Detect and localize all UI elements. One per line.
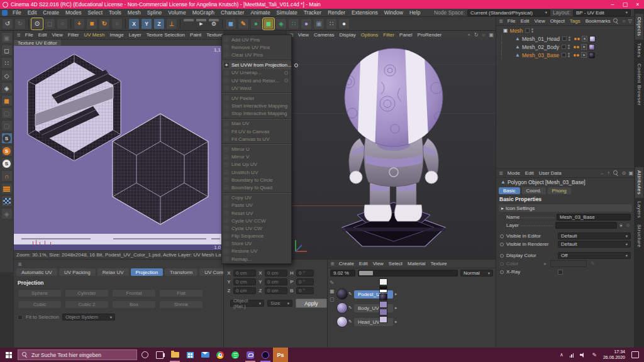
- rotate-tool[interactable]: ↻: [99, 18, 110, 30]
- object-mode-button[interactable]: ◼: [1, 95, 13, 106]
- vp-menu-cameras[interactable]: Cameras: [311, 32, 336, 38]
- path-filter-icon[interactable]: ○: [621, 18, 627, 24]
- lasso-selection-tool[interactable]: ○: [57, 18, 68, 30]
- search-icon[interactable]: [613, 170, 619, 176]
- convert-button[interactable]: ▣: [1, 32, 13, 43]
- size-z-input[interactable]: 0 cm: [265, 287, 287, 294]
- coord-mode-select[interactable]: Object (Rel.) ▾: [230, 300, 264, 307]
- maximize-button[interactable]: ▢: [619, 0, 631, 9]
- store-button[interactable]: [182, 348, 197, 362]
- speaker-icon[interactable]: [580, 353, 586, 358]
- search-icon[interactable]: [613, 18, 619, 24]
- panel-menu-icon[interactable]: ≡: [15, 31, 23, 38]
- move-tool[interactable]: +: [74, 18, 85, 30]
- menu-create[interactable]: Create: [40, 9, 62, 16]
- fit-to-selection-checkbox[interactable]: [18, 315, 23, 320]
- lock-icon[interactable]: ⊙: [621, 170, 628, 176]
- layer-thumbnail[interactable]: [379, 309, 387, 315]
- attr-menu-userdata[interactable]: User Data: [536, 170, 564, 176]
- generator-button-active[interactable]: ◼: [263, 18, 274, 30]
- enable-toggle[interactable]: [562, 36, 567, 41]
- menu-simulate[interactable]: Simulate: [274, 9, 301, 16]
- keyframe-dot-icon[interactable]: [500, 270, 504, 274]
- last-tool[interactable]: ○: [111, 18, 123, 30]
- menu-window[interactable]: Window: [381, 9, 406, 16]
- keyframe-dot-icon[interactable]: [500, 243, 504, 246]
- uv-menu-edit[interactable]: Edit: [36, 32, 50, 38]
- minimize-button[interactable]: –: [606, 0, 619, 9]
- render-view-button[interactable]: [183, 18, 194, 30]
- vp-menu-options[interactable]: Options: [358, 32, 381, 38]
- rot-p-input[interactable]: 0 °: [296, 278, 314, 285]
- material-preview-sphere[interactable]: [336, 316, 348, 327]
- zoom-percent-input[interactable]: 9.02 %: [330, 270, 355, 277]
- tab-attributes[interactable]: Attributes: [635, 167, 643, 198]
- parent-up-icon[interactable]: ↑: [606, 170, 611, 176]
- paint-wizard-button[interactable]: [1, 183, 13, 194]
- quantize-toggle[interactable]: S: [1, 145, 13, 156]
- material-row-podest[interactable]: ✎ Podest_UV ▸: [336, 287, 397, 301]
- layer-thumbnail[interactable]: [379, 278, 387, 285]
- vp-menu-filter[interactable]: Filter: [380, 32, 397, 38]
- mat-menu-texture[interactable]: Texture: [428, 261, 450, 266]
- tab-phong[interactable]: Phong: [548, 187, 571, 194]
- om-menu-object[interactable]: Object: [548, 18, 567, 24]
- om-menu-tags[interactable]: Tags: [567, 18, 583, 24]
- panel-menu-icon[interactable]: ≡: [497, 18, 505, 25]
- enable-toggle[interactable]: [562, 53, 566, 57]
- visible-editor-select[interactable]: Default ▾: [558, 233, 631, 239]
- model-mode-button[interactable]: ◻: [1, 45, 13, 56]
- file-explorer-button[interactable]: [167, 348, 182, 362]
- icon-settings-group[interactable]: ▸ Icon Settings: [499, 204, 632, 212]
- enable-toggle[interactable]: [525, 28, 530, 33]
- pen-workspace-icon[interactable]: ✎: [592, 352, 597, 358]
- menu-animate[interactable]: Animate: [247, 9, 273, 16]
- volume-builder-button[interactable]: ◈: [275, 18, 287, 30]
- pos-z-input[interactable]: 0 cm: [233, 287, 256, 294]
- object-label-selected[interactable]: Mesh_03_Base: [522, 52, 559, 58]
- pan-view-icon[interactable]: +: [465, 32, 472, 38]
- cubic2-button[interactable]: Cubic 2: [65, 300, 109, 309]
- cubic-button[interactable]: Cubic: [18, 300, 62, 309]
- task-view-button[interactable]: [152, 348, 167, 362]
- axis-z-lock[interactable]: Z: [153, 18, 165, 30]
- mat-menu-select[interactable]: Select: [386, 261, 405, 266]
- selection-tag-icons[interactable]: [574, 46, 579, 48]
- close-button[interactable]: ×: [631, 0, 644, 9]
- visibility-dots[interactable]: [568, 53, 570, 57]
- om-menu-bookmarks[interactable]: Bookmarks: [583, 18, 613, 24]
- uv-menu-filter[interactable]: Filter: [65, 32, 82, 38]
- rectangle-selection-tool[interactable]: ◻: [44, 18, 55, 30]
- mat-menu-material[interactable]: Material: [405, 261, 428, 266]
- om-menu-view[interactable]: View: [532, 18, 548, 24]
- foreground-swatch-icon[interactable]: ◼: [330, 288, 335, 294]
- tab-projection[interactable]: Projection: [131, 268, 164, 276]
- material-row-body[interactable]: ✎ Body_UV ▸: [336, 301, 397, 315]
- sphere-button[interactable]: Sphere: [18, 289, 62, 297]
- enable-toggle[interactable]: [562, 45, 566, 49]
- menu-modes[interactable]: Modes: [62, 9, 85, 16]
- uv-overlay-toggle[interactable]: [1, 195, 13, 207]
- layer-thumbnail[interactable]: [379, 293, 387, 300]
- material-tag-icon[interactable]: [589, 44, 595, 50]
- menu-volume[interactable]: Volume: [165, 9, 189, 16]
- coordinate-system-select[interactable]: Object System ▾: [62, 314, 115, 321]
- zoom-view-icon[interactable]: ○: [480, 32, 487, 38]
- layer-thumbnail[interactable]: [379, 286, 387, 293]
- taskbar-search-box[interactable]: Zur Suche Text hier eingeben: [18, 349, 137, 360]
- uv-menu-paint[interactable]: Paint: [187, 32, 204, 38]
- material-preview-sphere[interactable]: [336, 288, 348, 300]
- undo-button[interactable]: ↺: [2, 18, 13, 30]
- apply-button[interactable]: Apply: [296, 299, 327, 308]
- uv-canvas[interactable]: 1,1: [14, 46, 223, 234]
- taskbar-clock[interactable]: 17:34 26.06.2020: [603, 349, 625, 361]
- render-picture-viewer-button[interactable]: ▶: [196, 18, 207, 30]
- magnet-tool[interactable]: ∩: [1, 170, 13, 182]
- uv-menu-view[interactable]: View: [50, 32, 65, 38]
- network-icon[interactable]: [570, 353, 574, 358]
- layer-pick-button[interactable]: [625, 222, 631, 228]
- selection-tag-icons[interactable]: [574, 54, 579, 57]
- selection-tag-icons[interactable]: [574, 38, 580, 40]
- light-button[interactable]: ●: [338, 18, 350, 30]
- background-swatch-icon[interactable]: ◻: [330, 296, 335, 302]
